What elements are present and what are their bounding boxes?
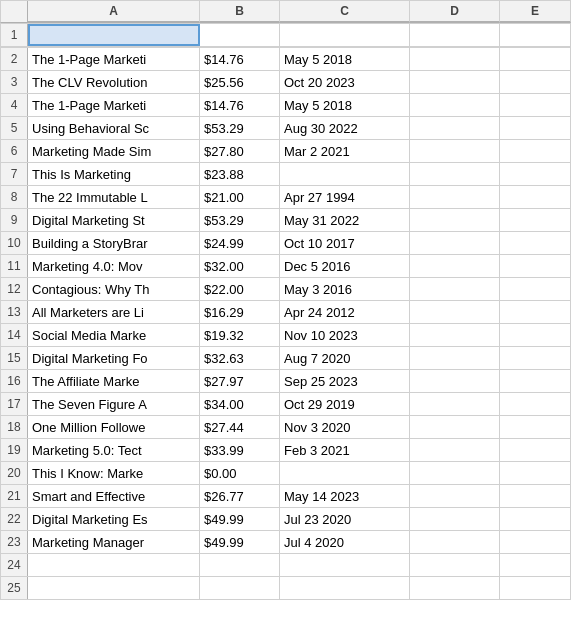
cell-price[interactable]: $23.88 xyxy=(200,163,280,185)
cell-d[interactable] xyxy=(410,278,500,300)
cell-title[interactable]: The 1-Page Marketi xyxy=(28,94,200,116)
cell-title[interactable]: Contagious: Why Th xyxy=(28,278,200,300)
header-title[interactable] xyxy=(28,24,200,46)
cell-price[interactable]: $14.76 xyxy=(200,94,280,116)
cell-date[interactable] xyxy=(280,554,410,576)
cell-title[interactable]: The Affiliate Marke xyxy=(28,370,200,392)
cell-title[interactable]: This Is Marketing xyxy=(28,163,200,185)
cell-title[interactable] xyxy=(28,554,200,576)
cell-date[interactable]: May 3 2016 xyxy=(280,278,410,300)
cell-date[interactable]: Apr 24 2012 xyxy=(280,301,410,323)
cell-price[interactable]: $27.44 xyxy=(200,416,280,438)
cell-price[interactable]: $14.76 xyxy=(200,48,280,70)
cell-price[interactable]: $26.77 xyxy=(200,485,280,507)
cell-e[interactable] xyxy=(500,48,571,70)
cell-price[interactable]: $33.99 xyxy=(200,439,280,461)
cell-date[interactable]: Mar 2 2021 xyxy=(280,140,410,162)
cell-e[interactable] xyxy=(500,485,571,507)
cell-d[interactable] xyxy=(410,232,500,254)
header-d[interactable] xyxy=(410,24,500,46)
cell-d[interactable] xyxy=(410,508,500,530)
cell-date[interactable]: Jul 23 2020 xyxy=(280,508,410,530)
cell-d[interactable] xyxy=(410,577,500,599)
cell-price[interactable]: $53.29 xyxy=(200,117,280,139)
cell-e[interactable] xyxy=(500,370,571,392)
col-letter-e[interactable]: E xyxy=(500,1,571,23)
cell-title[interactable]: The 1-Page Marketi xyxy=(28,48,200,70)
cell-e[interactable] xyxy=(500,554,571,576)
cell-title[interactable]: This I Know: Marke xyxy=(28,462,200,484)
cell-d[interactable] xyxy=(410,531,500,553)
cell-d[interactable] xyxy=(410,117,500,139)
cell-e[interactable] xyxy=(500,140,571,162)
cell-title[interactable]: Social Media Marke xyxy=(28,324,200,346)
cell-price[interactable]: $32.00 xyxy=(200,255,280,277)
cell-date[interactable]: Aug 7 2020 xyxy=(280,347,410,369)
cell-d[interactable] xyxy=(410,439,500,461)
cell-d[interactable] xyxy=(410,71,500,93)
cell-price[interactable]: $25.56 xyxy=(200,71,280,93)
cell-date[interactable]: Dec 5 2016 xyxy=(280,255,410,277)
cell-date[interactable]: Nov 10 2023 xyxy=(280,324,410,346)
cell-e[interactable] xyxy=(500,439,571,461)
cell-title[interactable]: Digital Marketing Es xyxy=(28,508,200,530)
cell-price[interactable]: $27.80 xyxy=(200,140,280,162)
cell-date[interactable]: Feb 3 2021 xyxy=(280,439,410,461)
cell-d[interactable] xyxy=(410,324,500,346)
cell-d[interactable] xyxy=(410,163,500,185)
cell-date[interactable]: Sep 25 2023 xyxy=(280,370,410,392)
cell-d[interactable] xyxy=(410,393,500,415)
cell-date[interactable]: May 31 2022 xyxy=(280,209,410,231)
cell-d[interactable] xyxy=(410,462,500,484)
cell-title[interactable]: All Marketers are Li xyxy=(28,301,200,323)
cell-e[interactable] xyxy=(500,209,571,231)
cell-price[interactable]: $16.29 xyxy=(200,301,280,323)
cell-d[interactable] xyxy=(410,186,500,208)
cell-title[interactable]: Building a StoryBrar xyxy=(28,232,200,254)
cell-title[interactable]: The Seven Figure A xyxy=(28,393,200,415)
cell-price[interactable]: $53.29 xyxy=(200,209,280,231)
cell-title[interactable]: Marketing Made Sim xyxy=(28,140,200,162)
cell-title[interactable]: Digital Marketing St xyxy=(28,209,200,231)
cell-d[interactable] xyxy=(410,416,500,438)
cell-e[interactable] xyxy=(500,117,571,139)
cell-title[interactable]: Digital Marketing Fo xyxy=(28,347,200,369)
cell-date[interactable]: May 14 2023 xyxy=(280,485,410,507)
cell-price[interactable]: $22.00 xyxy=(200,278,280,300)
cell-d[interactable] xyxy=(410,554,500,576)
cell-title[interactable]: Using Behavioral Sc xyxy=(28,117,200,139)
col-letter-c[interactable]: C xyxy=(280,1,410,23)
cell-d[interactable] xyxy=(410,209,500,231)
cell-e[interactable] xyxy=(500,508,571,530)
cell-price[interactable]: $0.00 xyxy=(200,462,280,484)
cell-title[interactable]: One Million Followe xyxy=(28,416,200,438)
cell-title[interactable]: Marketing 5.0: Tect xyxy=(28,439,200,461)
cell-d[interactable] xyxy=(410,94,500,116)
cell-d[interactable] xyxy=(410,347,500,369)
cell-date[interactable]: May 5 2018 xyxy=(280,94,410,116)
cell-price[interactable]: $49.99 xyxy=(200,508,280,530)
cell-date[interactable]: Oct 20 2023 xyxy=(280,71,410,93)
cell-e[interactable] xyxy=(500,324,571,346)
cell-title[interactable]: The CLV Revolution xyxy=(28,71,200,93)
cell-date[interactable]: Nov 3 2020 xyxy=(280,416,410,438)
cell-date[interactable] xyxy=(280,462,410,484)
cell-date[interactable]: Oct 10 2017 xyxy=(280,232,410,254)
col-letter-a[interactable]: A xyxy=(28,1,200,23)
cell-e[interactable] xyxy=(500,278,571,300)
cell-e[interactable] xyxy=(500,186,571,208)
cell-e[interactable] xyxy=(500,462,571,484)
header-price[interactable] xyxy=(200,24,280,46)
cell-price[interactable]: $32.63 xyxy=(200,347,280,369)
cell-e[interactable] xyxy=(500,577,571,599)
cell-price[interactable]: $34.00 xyxy=(200,393,280,415)
col-letter-b[interactable]: B xyxy=(200,1,280,23)
cell-price[interactable]: $27.97 xyxy=(200,370,280,392)
cell-d[interactable] xyxy=(410,370,500,392)
header-pubdate[interactable] xyxy=(280,24,410,46)
cell-date[interactable] xyxy=(280,577,410,599)
cell-date[interactable]: Oct 29 2019 xyxy=(280,393,410,415)
cell-d[interactable] xyxy=(410,48,500,70)
cell-e[interactable] xyxy=(500,301,571,323)
cell-price[interactable]: $49.99 xyxy=(200,531,280,553)
